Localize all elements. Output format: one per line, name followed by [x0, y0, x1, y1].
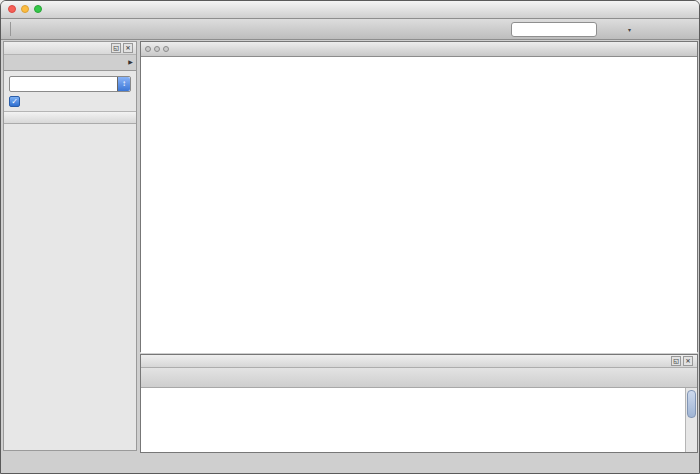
frame-minimize-icon[interactable] — [154, 46, 160, 52]
close-window-button[interactable] — [8, 5, 16, 13]
minimize-window-button[interactable] — [21, 5, 29, 13]
attribute-table-wrap — [141, 388, 697, 453]
toolbar-separator — [10, 22, 11, 36]
search-dropdown-arrow-icon[interactable]: ▾ — [628, 26, 633, 33]
search-input[interactable] — [512, 24, 628, 34]
color-attribute-dropdown[interactable]: ↕ — [9, 76, 131, 92]
frame-maximize-icon[interactable] — [163, 46, 169, 52]
cytoscape-window: ▾ ◱ ✕ ▶ ↕ — [0, 0, 700, 474]
network-window-titlebar[interactable] — [141, 42, 697, 57]
float-data-panel-icon[interactable]: ◱ — [671, 356, 681, 366]
data-panel: ◱ ✕ — [140, 354, 698, 453]
data-panel-toolbar — [141, 368, 697, 388]
status-bar — [1, 463, 699, 473]
close-panel-icon[interactable]: ✕ — [123, 43, 133, 53]
dropdown-arrows-icon: ↕ — [117, 77, 130, 91]
zoom-window-button[interactable] — [34, 5, 42, 13]
frame-buttons — [145, 46, 169, 52]
control-panel-tabs: ▶ — [4, 55, 136, 71]
traffic-lights — [8, 5, 42, 13]
close-data-panel-icon[interactable]: ✕ — [683, 356, 693, 366]
search-box[interactable]: ▾ — [511, 22, 597, 37]
tree-header[interactable] — [4, 112, 136, 124]
table-scrollbar[interactable] — [685, 388, 697, 453]
network-canvas[interactable] — [141, 57, 697, 353]
scrollbar-thumb[interactable] — [687, 390, 696, 418]
node-color-selection-group: ↕ — [4, 71, 136, 112]
select-nodes-checkbox[interactable] — [9, 96, 131, 107]
network-window — [140, 41, 698, 352]
window-titlebar[interactable] — [1, 1, 699, 19]
main-toolbar: ▾ — [1, 19, 699, 40]
data-panel-header: ◱ ✕ — [141, 355, 697, 368]
control-panel: ◱ ✕ ▶ ↕ — [3, 41, 137, 451]
tab-overflow-arrow-icon[interactable]: ▶ — [125, 55, 136, 70]
frame-close-icon[interactable] — [145, 46, 151, 52]
checkbox-check-icon — [9, 96, 20, 107]
float-panel-icon[interactable]: ◱ — [111, 43, 121, 53]
control-panel-header: ◱ ✕ — [4, 42, 136, 55]
